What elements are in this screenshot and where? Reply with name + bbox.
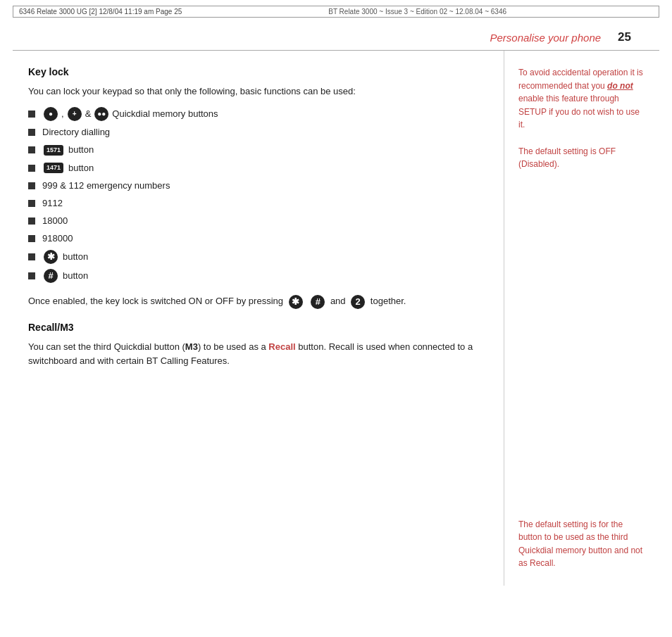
bullet-icon <box>28 272 35 279</box>
recall-m3-text: You can set the third Quickdial button (… <box>28 340 484 368</box>
page-number: 25 <box>618 30 631 44</box>
sidebar-inner: To avoid accidental operation it is reco… <box>518 66 648 570</box>
list-item: # button <box>28 269 484 283</box>
do-not-text: do not <box>607 81 633 91</box>
recall-m3-heading: Recall/M3 <box>28 322 484 333</box>
list-item-text: button <box>63 270 88 282</box>
list-item-text: 18000 <box>42 215 68 227</box>
list-item: 1571 button <box>28 144 484 156</box>
key-lock-heading: Key lock <box>28 66 484 77</box>
list-item-text: 9112 <box>42 197 63 210</box>
list-item: Directory dialling <box>28 126 484 139</box>
list-item: ✱ button <box>28 250 484 264</box>
page-title: Personalise your phone <box>490 32 601 44</box>
num-badge-1471: 1471 <box>44 163 63 173</box>
once-enabled-paragraph: Once enabled, the key lock is switched O… <box>28 294 484 309</box>
sidebar-bottom-note: The default setting is for the button to… <box>518 518 648 570</box>
recall-intro-end: ) to be used as a <box>198 341 266 352</box>
left-column: Key lock You can lock your keypad so tha… <box>13 51 504 586</box>
recall-m3-section: Recall/M3 You can set the third Quickdia… <box>28 322 484 368</box>
quickdial-btn-1: ● <box>44 107 58 121</box>
header-left: 6346 Relate 3000 UG [2] 12/8/04 11:19 am… <box>19 8 182 15</box>
list-item: 999 & 112 emergency numbers <box>28 179 484 192</box>
num-badge-1571: 1571 <box>44 145 63 156</box>
bullet-icon <box>28 235 35 242</box>
page-header-row: Personalise your phone 25 <box>13 18 659 51</box>
m3-label: M3 <box>185 341 198 352</box>
default-off-text: The default setting is OFF (Disabled). <box>518 146 616 170</box>
once-enabled-end: together. <box>371 296 406 306</box>
two-btn-inline: 2 <box>351 295 365 309</box>
quickdial-row: ●, + & ●● Quickdial memory buttons <box>42 107 218 121</box>
bullet-icon <box>28 200 35 207</box>
list-item: ●, + & ●● Quickdial memory buttons <box>28 107 484 121</box>
sidebar-top-note: To avoid accidental operation it is reco… <box>518 66 648 171</box>
list-item: 1471 button <box>28 162 484 175</box>
quickdial-btn-3: ●● <box>94 107 108 121</box>
list-item: 9112 <box>28 197 484 210</box>
list-item-text: Directory dialling <box>42 126 110 139</box>
and-text: and <box>330 296 346 306</box>
header-center: BT Relate 3000 ~ Issue 3 ~ Edition 02 ~ … <box>328 8 506 15</box>
key-lock-section: Key lock You can lock your keypad so tha… <box>28 66 484 309</box>
recall-link: Recall <box>268 341 295 352</box>
sidebar-note-end: enable this feature through SETUP if you… <box>518 94 640 130</box>
hash-btn-icon: # <box>44 269 58 283</box>
bullet-icon <box>28 253 35 260</box>
right-column: To avoid accidental operation it is reco… <box>504 51 659 586</box>
bullet-icon <box>28 182 35 189</box>
bullet-icon <box>28 165 35 172</box>
recall-intro: You can set the third Quickdial button ( <box>28 341 185 352</box>
bullet-icon <box>28 111 35 118</box>
sidebar-spacer <box>518 185 648 518</box>
main-content: Key lock You can lock your keypad so tha… <box>13 51 659 586</box>
list-item: 18000 <box>28 215 484 227</box>
key-lock-intro: You can lock your keypad so that only th… <box>28 84 484 99</box>
once-enabled-text: Once enabled, the key lock is switched O… <box>28 296 283 306</box>
key-lock-bullet-list: ●, + & ●● Quickdial memory buttons Direc… <box>28 107 484 283</box>
list-item-text: 999 & 112 emergency numbers <box>42 179 170 192</box>
page-wrapper: 6346 Relate 3000 UG [2] 12/8/04 11:19 am… <box>0 6 672 637</box>
list-item-text: button <box>68 162 94 175</box>
hash-btn-inline: # <box>311 295 325 309</box>
bullet-icon <box>28 146 35 153</box>
list-item-text: button <box>68 144 94 156</box>
star-btn-inline: ✱ <box>289 295 303 309</box>
bullet-icon <box>28 217 35 225</box>
list-item-text: 918000 <box>42 232 73 245</box>
quickdial-label: Quickdial memory buttons <box>112 108 218 120</box>
list-item-text: button <box>63 251 88 263</box>
quickdial-btn-2: + <box>68 107 82 121</box>
top-header: 6346 Relate 3000 UG [2] 12/8/04 11:19 am… <box>13 6 659 18</box>
bullet-icon <box>28 129 35 136</box>
list-item: 918000 <box>28 232 484 245</box>
star-btn-icon: ✱ <box>44 250 58 264</box>
